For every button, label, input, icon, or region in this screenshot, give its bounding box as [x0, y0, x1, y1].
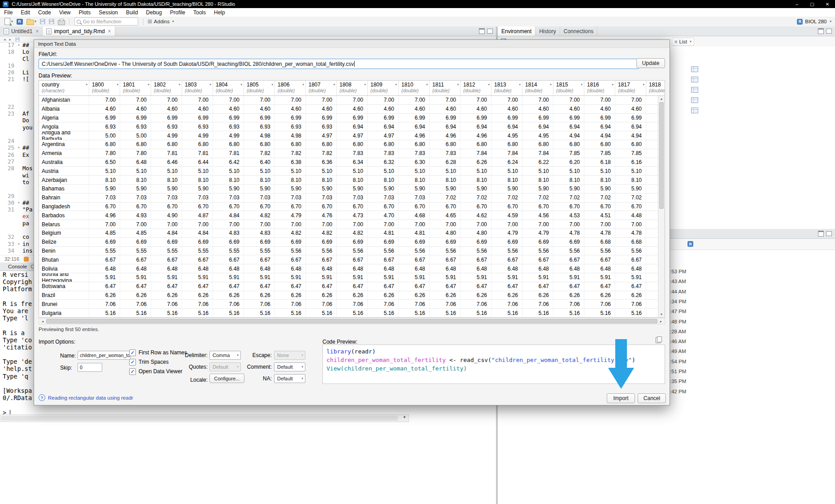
column-menu-icon[interactable]: ▾ — [302, 83, 304, 86]
column-menu-icon[interactable]: ▾ — [364, 83, 366, 86]
column-menu-icon[interactable]: ▾ — [117, 83, 118, 86]
menu-session[interactable]: Session — [95, 9, 122, 16]
fold-icon[interactable]: ▾ — [16, 241, 22, 247]
menu-view[interactable]: View — [55, 9, 75, 16]
project-selector[interactable]: R BIOL 280 ▾ — [797, 19, 831, 25]
column-menu-icon[interactable]: ▾ — [581, 83, 583, 86]
column-menu-icon[interactable]: ▾ — [457, 83, 459, 86]
tab-import-and-tidy-rmd[interactable]: import_and_tidy.Rmd× — [43, 26, 115, 36]
readr-help-link[interactable]: Reading rectangular data using readr — [48, 395, 133, 401]
fold-icon[interactable]: ▾ — [16, 42, 22, 48]
scroll-down-icon[interactable]: ▼ — [403, 415, 406, 419]
addins-button[interactable]: ⊞ Addins ▾ — [148, 18, 174, 25]
column-menu-icon[interactable]: ▾ — [643, 83, 644, 86]
checkbox-open-data-viewer[interactable]: ✓Open Data Viewer — [129, 368, 183, 375]
column-menu-icon[interactable]: ▾ — [488, 83, 490, 86]
minimize-pane-icon[interactable] — [818, 231, 824, 237]
list-view-dropdown[interactable]: ≡ List ▾ — [672, 38, 694, 46]
forward-icon[interactable]: ▸ — [9, 37, 12, 42]
tab-history[interactable]: History — [535, 26, 560, 36]
view-data-grid-icon[interactable] — [691, 108, 698, 113]
select-escape[interactable]: None▾ — [274, 351, 305, 360]
checkbox-trim-spaces[interactable]: ✓Trim Spaces — [129, 358, 169, 366]
minimize-pane-icon[interactable] — [818, 28, 824, 34]
table-hscrollbar[interactable]: ◄ ► — [39, 318, 665, 324]
column-menu-icon[interactable]: ▾ — [86, 83, 87, 86]
import-button[interactable]: Import — [607, 393, 635, 403]
dialog-titlebar[interactable]: Import Text Data — [34, 40, 670, 48]
checkbox-first-row-as-names[interactable]: ✓First Row as Names — [129, 349, 187, 356]
update-button[interactable]: Update — [636, 58, 665, 68]
menu-plots[interactable]: Plots — [75, 9, 95, 16]
close-tab-icon[interactable]: × — [35, 28, 39, 34]
close-icon[interactable]: ✕ — [820, 0, 835, 8]
file-url-input[interactable]: C:/Users/Jeff.Wesner/OneDrive - The Univ… — [39, 59, 639, 69]
column-menu-icon[interactable]: ▾ — [519, 83, 521, 86]
print-button[interactable] — [58, 18, 65, 25]
rmd-outline-icon[interactable] — [24, 257, 29, 262]
scrollbar-thumb[interactable] — [1, 416, 398, 421]
select-delimiter[interactable]: Comma▾ — [209, 351, 241, 360]
save-all-button[interactable] — [49, 19, 54, 24]
save-button[interactable] — [40, 19, 45, 24]
scroll-up-icon[interactable]: ▲ — [658, 97, 665, 100]
select-quotes[interactable]: Default▾ — [209, 362, 241, 371]
scrollbar-thumb[interactable] — [659, 102, 664, 209]
menu-file[interactable]: File — [0, 9, 17, 16]
maximize-pane-icon[interactable] — [487, 29, 493, 34]
view-data-grid-icon[interactable] — [691, 66, 698, 72]
scroll-down-icon[interactable]: ▼ — [658, 313, 665, 316]
console-tab[interactable]: Console — [8, 264, 27, 269]
new-file-button[interactable]: ▾ — [4, 18, 13, 25]
menu-tools[interactable]: Tools — [189, 9, 210, 16]
column-menu-icon[interactable]: ▾ — [395, 83, 397, 86]
scroll-right-icon[interactable]: ► — [659, 320, 663, 323]
new-project-button[interactable]: R — [17, 19, 23, 25]
close-tab-icon[interactable]: × — [108, 28, 111, 34]
maximize-pane-icon[interactable] — [826, 231, 832, 236]
maximize-pane-icon[interactable] — [826, 29, 832, 34]
scrollbar-thumb[interactable] — [46, 319, 657, 323]
minimize-icon[interactable]: – — [789, 0, 805, 8]
column-menu-icon[interactable]: ▾ — [271, 83, 273, 86]
column-menu-icon[interactable]: ▾ — [148, 83, 149, 86]
fold-icon[interactable]: ▾ — [16, 199, 22, 206]
back-icon[interactable]: ◂ — [4, 37, 6, 42]
table-vscrollbar[interactable]: ▲ ▼ — [658, 96, 665, 317]
tab-environment[interactable]: Environment — [498, 26, 535, 36]
cancel-button[interactable]: Cancel — [638, 393, 666, 403]
fold-icon[interactable]: ▾ — [16, 144, 22, 151]
minimize-pane-icon[interactable] — [479, 28, 485, 34]
help-icon[interactable]: ? — [39, 394, 45, 401]
column-menu-icon[interactable]: ▾ — [612, 83, 613, 86]
select-na[interactable]: Default▾ — [274, 374, 305, 383]
menu-help[interactable]: Help — [210, 9, 229, 16]
tab-untitled1[interactable]: Untitled1× — [0, 26, 43, 36]
column-menu-icon[interactable]: ▾ — [240, 83, 242, 86]
maximize-icon[interactable]: ▢ — [805, 0, 820, 8]
menu-code[interactable]: Code — [34, 9, 55, 16]
menu-debug[interactable]: Debug — [142, 9, 166, 16]
column-menu-icon[interactable]: ▾ — [426, 83, 428, 86]
column-menu-icon[interactable]: ▾ — [333, 83, 335, 86]
column-menu-icon[interactable]: ▾ — [550, 83, 552, 86]
column-menu-icon[interactable]: ▾ — [209, 83, 211, 86]
skip-field[interactable]: 0 — [78, 363, 102, 372]
select-comment[interactable]: Default▾ — [274, 362, 305, 371]
copy-code-icon[interactable] — [656, 337, 661, 343]
save-doc-icon[interactable] — [15, 37, 20, 42]
scroll-left-icon[interactable]: ◄ — [40, 320, 45, 323]
column-menu-icon[interactable]: ▾ — [178, 83, 180, 86]
console-scrollbar[interactable]: ▼ — [0, 414, 409, 422]
view-data-grid-icon[interactable] — [691, 97, 698, 103]
menu-profile[interactable]: Profile — [166, 9, 189, 16]
view-data-grid-icon[interactable] — [691, 87, 698, 93]
name-field[interactable]: children_per_woman_total_ — [78, 351, 130, 360]
data-preview-table[interactable]: country▾(character)1800▾(double)1801▾(do… — [39, 80, 665, 318]
menu-edit[interactable]: Edit — [17, 9, 34, 16]
goto-file-input[interactable]: Go to file/function — [74, 17, 138, 26]
view-data-grid-icon[interactable] — [691, 77, 698, 82]
open-file-button[interactable]: ▾ — [26, 18, 37, 25]
menu-build[interactable]: Build — [122, 9, 142, 16]
tab-connections[interactable]: Connections — [560, 26, 598, 36]
